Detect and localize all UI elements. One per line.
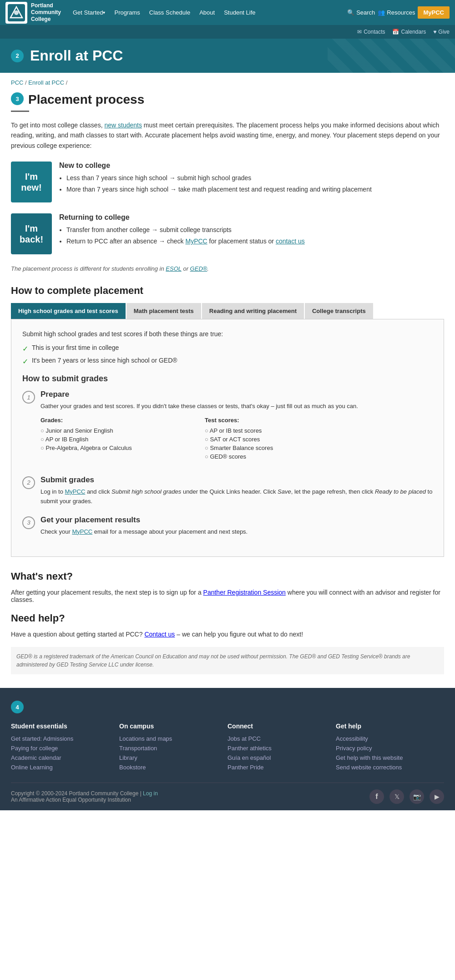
footer-col-connect: Connect Jobs at PCC Panther athletics Gu… — [228, 722, 336, 773]
logo-text-community: Community — [31, 9, 61, 16]
nav-student-life[interactable]: Student Life — [219, 0, 260, 25]
new-card-item-2: More than 7 years since high school → ta… — [66, 185, 372, 194]
need-help-title: Need help? — [11, 612, 444, 624]
grade-item-1: Junior and Senior English — [40, 426, 194, 435]
breadcrumb-pcc[interactable]: PCC — [11, 79, 23, 86]
step-num-3: 3 — [22, 516, 35, 529]
contact-us-link[interactable]: contact us — [276, 237, 305, 245]
copyright-text: Copyright © 2000-2024 Portland Community… — [11, 790, 158, 797]
facebook-icon[interactable]: f — [369, 789, 384, 804]
footer-link-jobs[interactable]: Jobs at PCC — [228, 735, 327, 742]
grade-item-3: Pre-Algebra, Algebra or Calculus — [40, 444, 194, 452]
tab-panel-high-school: Submit high school grades and test score… — [11, 319, 444, 557]
svg-point-2 — [14, 10, 19, 15]
main-content: 3 Placement process To get into most col… — [0, 92, 455, 688]
logo-text-portland: Portland — [31, 2, 61, 9]
contact-us-need-help-link[interactable]: Contact us — [144, 631, 175, 638]
footer-col-connect-title: Connect — [228, 722, 327, 730]
resources-label: Resources — [387, 9, 415, 16]
login-link[interactable]: Log in — [143, 790, 158, 797]
tab-college-transcripts[interactable]: College transcripts — [305, 303, 373, 319]
esol-note: The placement process is different for s… — [11, 265, 444, 272]
tab-high-school-grades[interactable]: High school grades and test scores — [11, 303, 126, 319]
check-text-2: It's been 7 years or less since high sch… — [32, 357, 177, 364]
footer-link-admissions[interactable]: Get started: Admissions — [11, 735, 110, 742]
returning-card-item-1: Transfer from another college → submit c… — [66, 225, 305, 235]
search-button[interactable]: 🔍 Search — [347, 9, 375, 16]
nav-about[interactable]: About — [195, 0, 219, 25]
grades-list: Junior and Senior English AP or IB Engli… — [40, 426, 194, 452]
ged-link[interactable]: GED® — [190, 265, 207, 272]
footer-link-panther-pride[interactable]: Panther Pride — [228, 764, 327, 771]
footer-link-online-learning[interactable]: Online Learning — [11, 764, 110, 771]
x-twitter-icon[interactable]: 𝕏 — [389, 789, 404, 804]
check-text-1: This is your first time in college — [32, 344, 119, 351]
search-icon: 🔍 — [347, 9, 354, 16]
nav-programs[interactable]: Programs — [110, 0, 144, 25]
step-1-content: Prepare Gather your grades and test scor… — [40, 390, 358, 466]
nav-get-started[interactable]: Get Started — [68, 0, 110, 25]
contacts-link[interactable]: ✉ Contacts — [357, 29, 385, 35]
breadcrumb: PCC / Enroll at PCC / — [0, 73, 455, 92]
footer-link-academic-cal[interactable]: Academic calendar — [11, 754, 110, 761]
mypcc-step2-link[interactable]: MyPCC — [65, 488, 86, 495]
footer-link-accessibility[interactable]: Accessibility — [336, 735, 435, 742]
youtube-icon[interactable]: ▶ — [430, 789, 444, 804]
whats-next-text: After getting your placement results, th… — [11, 589, 444, 603]
grade-table: Grades: Junior and Senior English AP or … — [40, 417, 358, 461]
step-2-title: Submit grades — [40, 475, 433, 485]
ged-disclaimer-text: GED® is a registered trademark of the Am… — [16, 652, 439, 669]
footer-columns: Student essentials Get started: Admissio… — [11, 722, 444, 773]
give-icon: ♥ — [433, 29, 436, 35]
check-icon-1: ✓ — [22, 344, 28, 353]
ged-disclaimer: GED® is a registered trademark of the Am… — [11, 647, 444, 674]
returning-card: I'mback! Returning to college Transfer f… — [11, 213, 444, 254]
scores-col: Test scores: AP or IB test scores SAT or… — [205, 417, 358, 461]
new-card-list: Less than 7 years since high school → su… — [59, 173, 372, 194]
tab-math-placement[interactable]: Math placement tests — [126, 303, 201, 319]
scores-list: AP or IB test scores SAT or ACT scores S… — [205, 426, 358, 461]
footer-link-corrections[interactable]: Send website corrections — [336, 764, 435, 771]
nav-secondary: ✉ Contacts 📅 Calendars ♥ Give — [0, 25, 455, 39]
footer-link-espanol[interactable]: Guía en español — [228, 754, 327, 761]
logo-icon — [5, 2, 27, 24]
tab-reading-writing[interactable]: Reading and writing placement — [202, 303, 304, 319]
esol-link[interactable]: ESOL — [166, 265, 181, 272]
step-1: 1 Prepare Gather your grades and test sc… — [22, 390, 433, 466]
panther-registration-link[interactable]: Panther Registration Session — [203, 589, 286, 596]
mypcc-returning-link[interactable]: MyPCC — [185, 237, 207, 245]
score-item-1: AP or IB test scores — [205, 426, 358, 435]
footer-link-paying[interactable]: Paying for college — [11, 745, 110, 752]
step-2-content: Submit grades Log in to MyPCC and click … — [40, 475, 433, 506]
hero-bg-decoration — [328, 39, 455, 73]
page-title: Placement process — [28, 92, 144, 107]
footer-col-gethelp: Get help Accessibility Privacy policy Ge… — [336, 722, 444, 773]
calendars-link[interactable]: 📅 Calendars — [392, 29, 426, 35]
footer-link-transportation[interactable]: Transportation — [119, 745, 218, 752]
returning-card-image: I'mback! — [11, 213, 52, 254]
scores-col-title: Test scores: — [205, 417, 358, 424]
hero-title: Enroll at PCC — [30, 47, 123, 64]
give-link[interactable]: ♥ Give — [433, 29, 450, 35]
footer-link-athletics[interactable]: Panther athletics — [228, 745, 327, 752]
step-3: 3 Get your placement results Check your … — [22, 515, 433, 537]
resources-button[interactable]: 👥 Resources — [378, 9, 415, 16]
footer-link-bookstore[interactable]: Bookstore — [119, 764, 218, 771]
footer-step-num: 4 — [11, 701, 24, 713]
footer-link-library[interactable]: Library — [119, 754, 218, 761]
mypcc-button[interactable]: MyPCC — [418, 6, 450, 19]
instagram-icon[interactable]: 📷 — [410, 789, 424, 804]
logo-link[interactable]: Portland Community College — [5, 2, 61, 24]
footer-link-locations[interactable]: Locations and maps — [119, 735, 218, 742]
new-card-image-text: I'mnew! — [21, 171, 42, 193]
footer-copyright: Copyright © 2000-2024 Portland Community… — [11, 790, 158, 803]
logo-text-college: College — [31, 16, 61, 23]
tab-panel-intro: Submit high school grades and test score… — [22, 330, 433, 338]
new-students-link[interactable]: new students — [104, 121, 142, 129]
nav-class-schedule[interactable]: Class Schedule — [145, 0, 195, 25]
footer-col-oncampus: On campus Locations and maps Transportat… — [119, 722, 228, 773]
breadcrumb-enroll[interactable]: Enroll at PCC — [28, 79, 64, 86]
footer-link-help-website[interactable]: Get help with this website — [336, 754, 435, 761]
footer-link-privacy[interactable]: Privacy policy — [336, 745, 435, 752]
mypcc-step3-link[interactable]: MyPCC — [72, 528, 92, 535]
